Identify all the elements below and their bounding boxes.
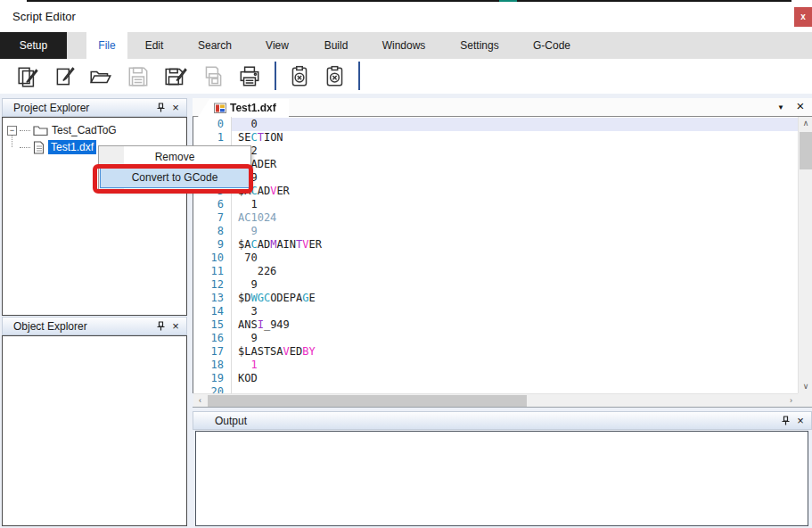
pin-icon[interactable]	[778, 414, 792, 428]
code-line[interactable]: 4 9	[193, 171, 798, 185]
code-line[interactable]: 1SECTION	[193, 131, 798, 144]
output-title: Output	[193, 415, 778, 427]
code-line[interactable]: 5$ACADVER	[193, 185, 798, 198]
window-close-button[interactable]: x	[794, 7, 812, 27]
code-line[interactable]: 6 1	[193, 198, 798, 211]
project-node-label[interactable]: Test_CadToG	[52, 124, 117, 136]
code-line[interactable]: 3HEADER	[193, 158, 798, 171]
code-lines: 0 01SECTION2 23HEADER4 95$ACADVER6 17AC1…	[193, 118, 798, 393]
folder-icon	[33, 124, 48, 136]
menu-view[interactable]: View	[257, 32, 298, 59]
code-line[interactable]: 8 9	[193, 225, 798, 238]
menu-settings[interactable]: Settings	[455, 32, 504, 59]
scroll-left-icon[interactable]: ‹	[193, 394, 207, 408]
menu-search[interactable]: Search	[191, 32, 239, 59]
tab-test1-dxf[interactable]: Test1.dxf	[198, 99, 289, 117]
menu-windows[interactable]: Windows	[379, 32, 429, 59]
output-panel-header: Output ×	[193, 411, 812, 430]
close-icon[interactable]: ×	[168, 101, 184, 115]
scroll-up-icon[interactable]: ∧	[799, 117, 812, 130]
code-line[interactable]: 15ANSI_949	[193, 318, 798, 332]
toolbar-separator	[275, 62, 276, 90]
menu-bar: Setup File Edit Search View Build Window…	[0, 32, 812, 59]
code-line[interactable]: 20	[193, 385, 798, 393]
code-line[interactable]: 2 2	[193, 144, 798, 158]
menu-file[interactable]: File	[86, 32, 127, 59]
pin-icon[interactable]	[153, 101, 168, 115]
code-line[interactable]: 14 3	[193, 305, 798, 318]
copy-script-icon[interactable]	[14, 62, 43, 91]
code-line[interactable]: 13$DWGCODEPAGE	[193, 292, 798, 305]
tree-connector	[20, 147, 30, 148]
object-explorer-header: Object Explorer ×	[2, 317, 187, 335]
vertical-scrollbar-thumb[interactable]	[800, 132, 812, 169]
tab-label: Test1.dxf	[230, 102, 276, 114]
close-icon[interactable]: ×	[168, 319, 184, 334]
horizontal-scrollbar[interactable]: ‹ ›	[193, 393, 798, 407]
code-line[interactable]: 9$ACADMAINTVER	[193, 238, 798, 252]
menu-setup[interactable]: Setup	[0, 32, 67, 59]
context-menu: Remove Convert to GCode	[98, 145, 251, 192]
menu-gcode[interactable]: G-Code	[527, 32, 577, 59]
file-node-label[interactable]: Test1.dxf	[48, 140, 96, 154]
code-line[interactable]: 11 226	[193, 265, 798, 278]
window-title: Script Editor	[12, 10, 76, 23]
save-all-icon[interactable]	[199, 62, 227, 91]
clear-clipboard-icon[interactable]	[285, 62, 314, 91]
vertical-scrollbar[interactable]: ∧ ∨	[798, 117, 812, 393]
object-explorer-title: Object Explorer	[3, 320, 153, 333]
open-folder-icon[interactable]	[86, 62, 115, 91]
save-as-icon[interactable]	[161, 62, 190, 91]
scroll-down-icon[interactable]: ∨	[799, 380, 812, 393]
script-editor-window: Script Editor x Setup File Edit Search V…	[0, 0, 812, 528]
code-line[interactable]: 7AC1024	[193, 211, 798, 225]
horizontal-scrollbar-thumb[interactable]	[208, 395, 527, 407]
tree-connector	[20, 130, 30, 131]
dxf-file-icon	[214, 103, 226, 113]
scroll-right-icon[interactable]: ›	[784, 394, 798, 408]
code-line[interactable]: 0 0	[193, 118, 798, 131]
object-explorer-body	[2, 335, 187, 526]
clear-all-clipboard-icon[interactable]	[321, 62, 349, 91]
code-line[interactable]: 12 9	[193, 278, 798, 292]
project-explorer-header: Project Explorer ×	[2, 98, 187, 117]
editor-border	[193, 407, 812, 408]
close-icon[interactable]: ×	[792, 414, 808, 428]
toolbar	[0, 59, 812, 94]
code-line[interactable]: 18 1	[193, 359, 798, 372]
scrollbar-corner	[798, 393, 812, 407]
tab-list-dropdown-icon[interactable]: ▼	[774, 100, 788, 115]
code-line[interactable]: 10 70	[193, 252, 798, 265]
file-icon	[33, 141, 45, 154]
menu-edit[interactable]: Edit	[134, 32, 175, 59]
code-line[interactable]: 17$LASTSAVEDBY	[193, 345, 798, 359]
context-menu-item-remove[interactable]: Remove	[100, 148, 250, 167]
context-menu-item-convert-to-gcode[interactable]: Convert to GCode	[100, 168, 250, 188]
edit-script-icon[interactable]	[51, 62, 79, 91]
code-editor[interactable]: 0 01SECTION2 23HEADER4 95$ACADVER6 17AC1…	[193, 117, 798, 393]
output-panel-body	[195, 431, 808, 526]
tree-node-project[interactable]: − Test_CadToG	[7, 122, 117, 138]
code-line[interactable]: 19KOD	[193, 372, 798, 385]
toolbar-separator	[358, 62, 360, 90]
titlebar: Script Editor x	[0, 2, 812, 32]
collapse-icon[interactable]: −	[7, 126, 17, 136]
menu-build[interactable]: Build	[316, 32, 357, 59]
print-icon[interactable]	[235, 62, 264, 91]
tab-close-icon[interactable]: ×	[793, 98, 808, 114]
pin-icon[interactable]	[153, 319, 168, 334]
tree-node-file[interactable]: Test1.dxf	[7, 139, 96, 155]
project-explorer-title: Project Explorer	[3, 102, 153, 114]
code-line[interactable]: 16 9	[193, 332, 798, 345]
save-icon[interactable]	[124, 62, 152, 91]
